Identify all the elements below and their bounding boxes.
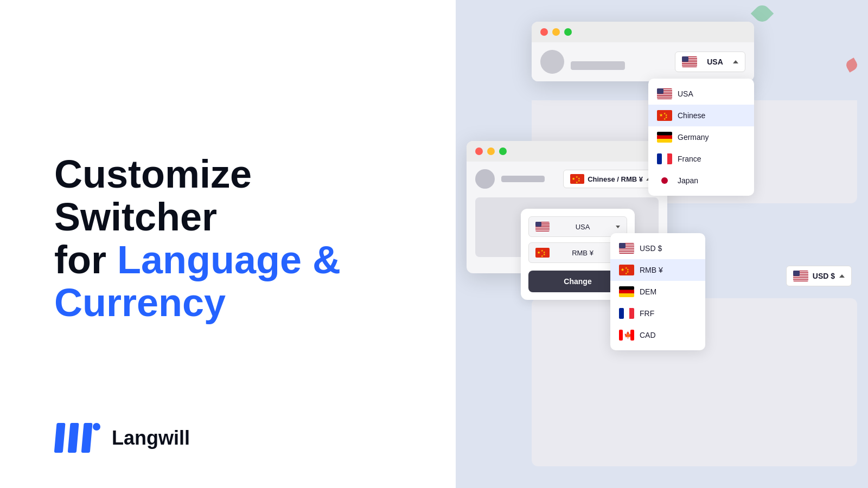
currency-trigger-label: USD $ [813,272,835,280]
langwill-logo-icon [54,420,103,455]
currency-item-cad[interactable]: 🍁 CAD [610,324,705,346]
svg-rect-37 [657,136,672,139]
svg-rect-74 [619,251,634,252]
top-browser-content: USA [532,42,754,81]
currency-item-dem[interactable]: DEM [610,281,705,303]
dot-green-top [564,28,572,36]
currency-caret-icon [839,274,845,278]
flag-de-menu-icon [657,132,672,143]
flag-cn-switch-icon: ★ ★ ★ ★ ★ [535,248,550,258]
currency-item-rmb[interactable]: ★ ★ ★ ★ ★ RMB ¥ [610,259,705,281]
svg-rect-84 [619,290,634,294]
currency-trigger[interactable]: USD $ [786,266,852,286]
svg-rect-90 [619,330,623,341]
svg-rect-38 [657,139,672,143]
caret-up-icon [733,60,738,63]
lang-dropdown-trigger[interactable]: USA [675,52,745,72]
svg-point-43 [661,177,668,184]
lang-item-france[interactable]: France [648,148,754,170]
svg-rect-57 [535,227,550,228]
currency-dem-label: DEM [640,287,656,296]
svg-rect-83 [619,286,634,290]
flag-cn-menu-icon: ★ ★ ★ ★ ★ [657,110,672,121]
lang-item-germany[interactable]: Germany [648,126,754,148]
dot-green-mid [499,147,507,155]
currency-item-frf[interactable]: FRF [610,303,705,324]
flag-jp-menu-icon [657,175,672,186]
lang-france-label: France [678,155,701,163]
svg-text:★: ★ [572,177,575,181]
svg-rect-25 [657,95,672,96]
svg-rect-28 [657,98,672,99]
svg-rect-27 [657,97,672,98]
lang-japan-label: Japan [678,176,698,185]
mid-nav-placeholder [501,176,545,182]
svg-text:★: ★ [537,251,540,254]
svg-rect-15 [682,66,697,67]
svg-rect-98 [793,278,808,279]
svg-rect-76 [619,243,626,248]
svg-point-3 [93,423,100,431]
leaf-decoration-1 [751,2,774,25]
logo-text: Langwill [112,427,190,450]
svg-rect-1 [68,423,79,453]
mid-avatar [475,169,495,189]
svg-rect-75 [619,252,634,253]
mid-header: ★ ★ ★ ★ ★ Chinese / RMB ¥ [475,169,659,189]
currency-rmb-label: RMB ¥ [640,266,663,274]
lang-item-chinese[interactable]: ★ ★ ★ ★ ★ Chinese [648,105,754,126]
top-selected-label: USA [707,57,723,66]
currency-select-label: RMB ¥ [572,249,593,257]
svg-rect-97 [793,277,808,278]
dot-yellow-mid [487,147,495,155]
svg-rect-14 [682,65,697,66]
currency-dropdown-menu: USD $ ★ ★ ★ ★ ★ RMB ¥ DEM [610,233,705,350]
flag-fr-currency-icon [619,308,634,319]
top-browser-window: USA [532,22,754,81]
top-nav-placeholder [571,61,625,70]
flag-us-currency-trigger-icon [793,271,808,281]
currency-usd-label: USD $ [640,244,662,253]
mid-switcher-trigger[interactable]: ★ ★ ★ ★ ★ Chinese / RMB ¥ [563,170,659,188]
leaf-decoration-2 [844,57,859,72]
top-avatar [540,50,564,74]
svg-rect-100 [793,271,800,276]
lang-chinese-label: Chinese [678,111,705,120]
mid-switcher-label: Chinese / RMB ¥ [588,175,643,183]
svg-text:★: ★ [659,113,663,118]
dot-yellow-top [552,28,560,36]
lang-germany-label: Germany [678,133,709,142]
lang-item-usa[interactable]: USA [648,83,754,105]
logo-area: Langwill [54,420,190,455]
flag-ca-currency-icon: 🍁 [619,330,634,341]
mid-titlebar [467,141,667,162]
lang-usa-label: USA [678,89,693,98]
flag-us-icon [682,56,697,67]
svg-rect-12 [682,63,697,64]
flag-us-currency-icon [619,243,634,254]
lang-select-label: USA [576,223,590,231]
svg-rect-88 [619,308,624,319]
svg-rect-0 [54,423,66,453]
right-panel: USA USA [456,0,868,488]
dot-red-mid [475,147,483,155]
flag-cn-mid-icon: ★ ★ ★ ★ ★ [570,174,584,184]
svg-rect-16 [682,56,688,62]
svg-text:🍁: 🍁 [624,331,632,339]
svg-rect-26 [657,96,672,97]
headline-currency: Currency [54,281,226,324]
headline-for: for [54,238,117,281]
svg-rect-99 [793,280,808,281]
currency-item-usd[interactable]: USD $ [610,237,705,259]
left-panel: Customize Switcher for Language & Curren… [0,0,456,488]
lang-dropdown-menu: USA ★ ★ ★ ★ ★ Chinese Germany [648,79,754,196]
svg-rect-36 [657,132,672,136]
svg-rect-13 [682,64,697,65]
dot-red-top [540,28,548,36]
flag-us-switch-icon [535,222,550,232]
flag-de-currency-icon [619,286,634,297]
headline-blue: Language & [117,238,341,281]
svg-rect-62 [535,222,541,227]
svg-rect-73 [619,249,634,250]
lang-item-japan[interactable]: Japan [648,170,754,191]
